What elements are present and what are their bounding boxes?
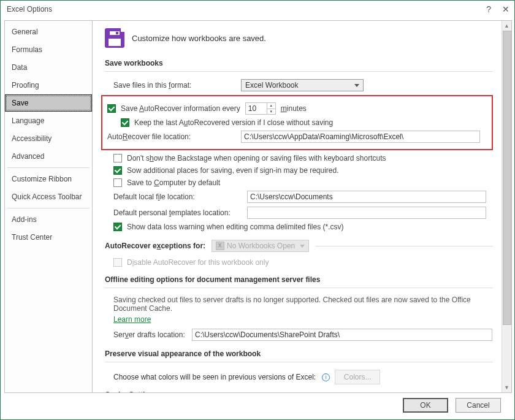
page-subtitle: Customize how workbooks are saved. <box>132 34 266 43</box>
scroll-up-arrow[interactable]: ▲ <box>502 21 511 31</box>
computer-default-checkbox[interactable] <box>113 178 122 187</box>
backstage-label: Don't show the Backstage when opening or… <box>127 154 386 162</box>
category-sidebar: General Formulas Data Proofing Save Lang… <box>4 20 93 393</box>
templates-location-input[interactable] <box>247 207 486 219</box>
drafts-label: Server drafts location: <box>113 330 187 339</box>
spinner-down[interactable]: ▼ <box>267 109 275 115</box>
scroll-thumb[interactable] <box>503 31 511 325</box>
dialog-button-bar: OK Cancel <box>1 393 514 420</box>
sidebar-item-accessibility[interactable]: Accessibility <box>5 130 92 147</box>
ar-location-label: AutoRecover file location: <box>107 132 236 141</box>
close-icon[interactable]: ✕ <box>502 4 509 14</box>
sidebar-separator <box>7 167 90 168</box>
section-exceptions: AutoRecover exceptions for: No Workbooks… <box>105 240 493 252</box>
additional-places-checkbox[interactable] <box>113 166 122 175</box>
cancel-button[interactable]: Cancel <box>456 398 501 413</box>
info-icon[interactable]: i <box>322 373 330 381</box>
sidebar-separator <box>7 208 90 208</box>
spinner-up[interactable]: ▲ <box>267 103 275 109</box>
learn-more-link[interactable]: Learn more <box>113 315 151 324</box>
computer-default-label: Save to Computer by default <box>127 178 220 187</box>
ar-location-input[interactable] <box>241 131 480 143</box>
drafts-location-input[interactable] <box>192 329 492 341</box>
sidebar-item-trust-center[interactable]: Trust Center <box>5 229 92 246</box>
sidebar-item-save[interactable]: Save <box>5 94 92 112</box>
section-save-workbooks: Save workbooks <box>105 59 493 72</box>
section-preserve: Preserve visual appearance of the workbo… <box>105 349 493 362</box>
format-label: Save files in this format: <box>113 81 236 90</box>
section-offline: Offline editing options for document man… <box>105 275 493 288</box>
keep-last-checkbox[interactable] <box>121 118 129 127</box>
local-location-label: Default local file location: <box>113 193 242 201</box>
sidebar-item-language[interactable]: Language <box>5 112 92 129</box>
format-combobox[interactable]: Excel Workbook <box>241 79 364 91</box>
backstage-checkbox[interactable] <box>113 154 122 162</box>
sidebar-item-addins[interactable]: Add-ins <box>5 211 92 228</box>
local-location-input[interactable] <box>247 191 486 203</box>
autorecover-label: Save AutoRecover information every <box>121 104 240 113</box>
templates-location-label: Default personal templates location: <box>113 208 242 217</box>
preserve-body: Choose what colors will be seen in previ… <box>113 373 316 381</box>
sidebar-item-advanced[interactable]: Advanced <box>5 148 92 165</box>
sidebar-item-formulas[interactable]: Formulas <box>5 41 92 58</box>
disable-autorecover-label: Disable AutoRecover for this workbook on… <box>127 258 269 267</box>
sidebar-item-quick-access[interactable]: Quick Access Toolbar <box>5 188 92 205</box>
sidebar-item-proofing[interactable]: Proofing <box>5 77 92 94</box>
dialog-title: Excel Options <box>7 5 52 13</box>
content-pane: Customize how workbooks are saved. Save … <box>93 21 502 392</box>
csv-warning-label: Show data loss warning when editing comm… <box>127 223 344 231</box>
csv-warning-checkbox[interactable] <box>113 223 122 231</box>
sidebar-item-customize-ribbon[interactable]: Customize Ribbon <box>5 170 92 188</box>
autorecover-highlight-box: Save AutoRecover information every 10 ▲▼… <box>101 95 493 150</box>
autorecover-checkbox[interactable] <box>107 104 116 113</box>
sidebar-item-data[interactable]: Data <box>5 59 92 76</box>
additional-places-label: Sow additional places for saving, even i… <box>127 166 339 175</box>
minutes-suffix: minutes <box>281 104 307 113</box>
offline-body-text: Saving checked out files to server draft… <box>113 296 493 313</box>
exceptions-workbook-combo[interactable]: No Workbooks Open <box>212 240 309 252</box>
titlebar[interactable]: Excel Options ? ✕ <box>1 1 514 18</box>
scroll-down-arrow[interactable]: ▼ <box>502 383 511 392</box>
disable-autorecover-checkbox <box>113 258 122 267</box>
ok-button[interactable]: OK <box>403 398 448 413</box>
excel-icon <box>216 242 224 250</box>
keep-last-label: Keep the last AutoRecovered version if I… <box>134 118 333 127</box>
section-cache-truncated: Cache Settings <box>105 391 493 392</box>
sidebar-item-general[interactable]: General <box>5 23 92 40</box>
colors-button: Colors... <box>335 370 380 384</box>
autorecover-minutes-spinner[interactable]: 10 ▲▼ <box>245 102 276 115</box>
help-icon[interactable]: ? <box>486 4 491 14</box>
vertical-scrollbar[interactable]: ▲ ▼ <box>502 21 511 392</box>
save-floppy-icon <box>105 28 124 48</box>
